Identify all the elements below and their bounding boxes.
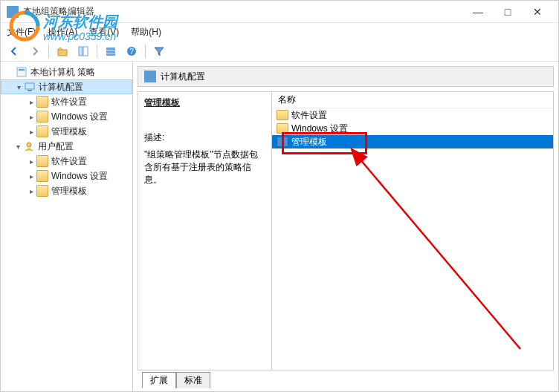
list-label: 软件设置 — [291, 109, 327, 122]
tree-label: 用户配置 — [38, 140, 74, 153]
maximize-button[interactable]: □ — [493, 1, 523, 22]
description-panel: 管理模板 描述: "组策略管理模板"节点数据包含所有基于注册表的策略信息。 — [138, 92, 272, 370]
svg-rect-0 — [58, 50, 67, 56]
expand-icon[interactable]: ▸ — [26, 113, 36, 121]
svg-text:?: ? — [129, 48, 134, 56]
minimize-button[interactable]: — — [463, 1, 493, 22]
tree-root[interactable]: 本地计算机 策略 — [1, 65, 132, 79]
menu-help[interactable]: 帮助(H) — [131, 26, 161, 39]
tree-pane[interactable]: 本地计算机 策略 ▾ 计算机配置 ▸ 软件设置 ▸ Windows 设置 ▸ 管… — [1, 62, 133, 391]
tab-standard[interactable]: 标准 — [176, 372, 210, 388]
folder-icon — [277, 123, 288, 134]
computer-icon — [24, 81, 36, 93]
list-item-software-settings[interactable]: 软件设置 — [272, 108, 553, 122]
svg-rect-4 — [106, 50, 115, 53]
computer-icon — [144, 71, 156, 82]
expand-icon[interactable]: ▸ — [26, 157, 36, 166]
up-button[interactable] — [54, 42, 71, 60]
svg-point-12 — [27, 143, 31, 147]
filter-button[interactable] — [150, 42, 168, 60]
expand-icon[interactable]: ▸ — [26, 172, 36, 180]
toolbar: ? — [1, 41, 558, 62]
policy-icon — [16, 66, 28, 78]
svg-rect-9 — [19, 69, 25, 71]
folder-icon — [36, 125, 48, 137]
list-body[interactable]: 软件设置 Windows 设置 管理模板 — [272, 108, 553, 370]
tree-item-user-windows-settings[interactable]: ▸ Windows 设置 — [1, 169, 132, 183]
menu-file[interactable]: 文件(F) — [7, 26, 36, 39]
folder-icon — [277, 110, 288, 120]
list-label: 管理模板 — [291, 136, 327, 148]
list-item-admin-templates[interactable]: 管理模板 — [272, 135, 553, 148]
tree-item-software-settings[interactable]: ▸ 软件设置 — [1, 94, 132, 109]
tree-label: 软件设置 — [51, 96, 87, 108]
tree-label: 管理模板 — [51, 185, 87, 197]
description-text: "组策略管理模板"节点数据包含所有基于注册表的策略信息。 — [144, 148, 265, 186]
collapse-icon[interactable]: ▾ — [13, 83, 24, 91]
folder-icon — [36, 96, 48, 108]
tree-label: Windows 设置 — [51, 111, 108, 123]
tree-label: 软件设置 — [51, 155, 87, 168]
forward-button[interactable] — [26, 42, 44, 60]
menubar: 文件(F) 操作(A) 查看(V) 帮助(H) — [1, 23, 558, 41]
tree-item-user-admin-templates[interactable]: ▸ 管理模板 — [1, 183, 132, 198]
folder-icon — [36, 170, 48, 182]
collapse-icon[interactable]: ▾ — [13, 143, 23, 151]
section-title: 计算机配置 — [161, 71, 205, 83]
titlebar: 本地组策略编辑器 — □ ✕ — [1, 1, 558, 23]
section-header: 计算机配置 — [138, 66, 554, 87]
expand-icon[interactable]: ▸ — [26, 187, 36, 195]
svg-rect-2 — [83, 47, 88, 56]
tree-label: 本地计算机 策略 — [30, 66, 95, 79]
tree-user-config[interactable]: ▾ 用户配置 — [1, 139, 132, 154]
menu-action[interactable]: 操作(A) — [48, 26, 77, 39]
app-icon — [7, 6, 19, 18]
close-button[interactable]: ✕ — [523, 1, 552, 22]
folder-icon — [36, 111, 48, 122]
window-title: 本地组策略编辑器 — [23, 5, 463, 18]
expand-icon[interactable]: ▸ — [26, 128, 36, 136]
tree-label: Windows 设置 — [51, 170, 108, 183]
tree-item-admin-templates[interactable]: ▸ 管理模板 — [1, 124, 132, 139]
tree-item-windows-settings[interactable]: ▸ Windows 设置 — [1, 109, 132, 124]
tree-label: 计算机配置 — [39, 81, 83, 94]
tree-item-user-software-settings[interactable]: ▸ 软件设置 — [1, 154, 132, 169]
tree-computer-config[interactable]: ▾ 计算机配置 — [1, 79, 132, 94]
show-tree-button[interactable] — [74, 42, 92, 60]
svg-rect-3 — [106, 48, 115, 50]
description-label: 描述: — [144, 131, 265, 144]
user-icon — [23, 140, 35, 152]
template-icon — [277, 137, 288, 147]
expand-icon[interactable]: ▸ — [26, 98, 36, 106]
tab-extended[interactable]: 扩展 — [142, 372, 176, 388]
bottom-tabs: 扩展 标准 — [138, 372, 554, 388]
help-button[interactable]: ? — [123, 42, 140, 60]
folder-icon — [36, 155, 48, 167]
svg-rect-10 — [25, 83, 34, 89]
svg-rect-11 — [28, 90, 32, 91]
list-label: Windows 设置 — [291, 122, 348, 135]
menu-view[interactable]: 查看(V) — [89, 26, 119, 39]
section-link[interactable]: 管理模板 — [144, 97, 265, 109]
svg-rect-5 — [106, 53, 115, 56]
folder-icon — [36, 185, 48, 197]
list-item-windows-settings[interactable]: Windows 设置 — [272, 122, 553, 135]
svg-rect-8 — [17, 68, 26, 76]
tree-label: 管理模板 — [51, 125, 87, 138]
properties-button[interactable] — [102, 42, 120, 60]
column-header-name[interactable]: 名称 — [272, 92, 553, 108]
svg-rect-1 — [79, 47, 83, 56]
back-button[interactable] — [5, 42, 23, 60]
